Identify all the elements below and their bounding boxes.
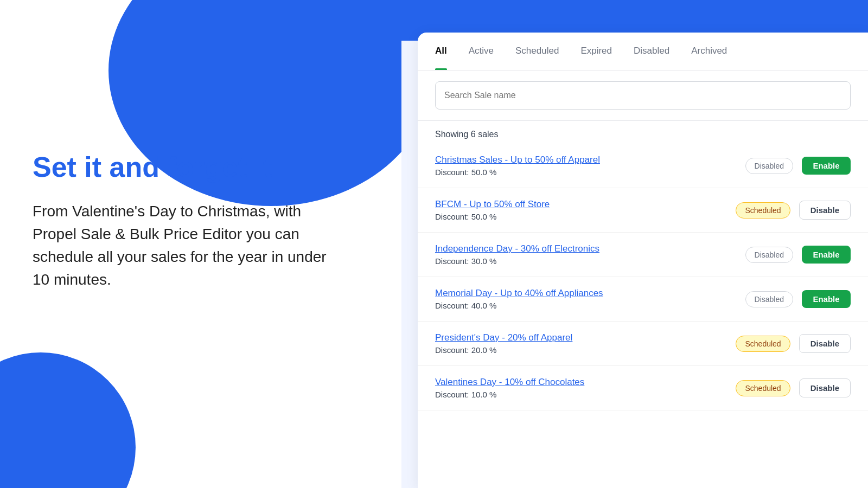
status-badge-2: Disabled (745, 247, 793, 263)
sale-discount-2: Discount: 30.0 % (435, 256, 737, 266)
sale-item: President's Day - 20% off Apparel Discou… (418, 322, 868, 366)
search-container (418, 70, 868, 121)
action-btn-0[interactable]: Enable (802, 157, 851, 175)
sale-discount-4: Discount: 20.0 % (435, 345, 727, 355)
sale-name-5[interactable]: Valentines Day - 10% off Chocolates (435, 377, 727, 388)
right-panel: All Active Scheduled Expired Disabled Ar… (401, 0, 868, 488)
blue-bottom-left (0, 352, 136, 488)
action-btn-4[interactable]: Disable (799, 334, 851, 353)
sale-discount-0: Discount: 50.0 % (435, 168, 737, 177)
sale-name-2[interactable]: Independence Day - 30% off Electronics (435, 243, 737, 254)
status-badge-4: Scheduled (736, 336, 790, 352)
action-btn-5[interactable]: Disable (799, 378, 851, 397)
sale-info-2: Independence Day - 30% off Electronics D… (435, 243, 737, 266)
sale-info-1: BFCM - Up to 50% off Store Discount: 50.… (435, 199, 727, 221)
status-badge-1: Scheduled (736, 202, 790, 219)
status-badge-3: Disabled (745, 291, 793, 307)
sale-item: Independence Day - 30% off Electronics D… (418, 233, 868, 277)
status-badge-5: Scheduled (736, 380, 790, 396)
tab-archived[interactable]: Archived (680, 33, 738, 70)
sale-item: BFCM - Up to 50% off Store Discount: 50.… (418, 188, 868, 233)
sale-info-5: Valentines Day - 10% off Chocolates Disc… (435, 377, 727, 399)
sale-info-0: Christmas Sales - Up to 50% off Apparel … (435, 155, 737, 177)
left-panel: Set it and forget it From Valentine's Da… (0, 0, 412, 488)
sale-name-0[interactable]: Christmas Sales - Up to 50% off Apparel (435, 155, 737, 165)
main-description: From Valentine's Day to Christmas, with … (33, 200, 347, 291)
tab-expired[interactable]: Expired (570, 33, 623, 70)
tab-disabled[interactable]: Disabled (623, 33, 680, 70)
sale-info-4: President's Day - 20% off Apparel Discou… (435, 332, 727, 355)
sale-item: Memorial Day - Up to 40% off Appliances … (418, 277, 868, 322)
action-btn-3[interactable]: Enable (802, 290, 851, 308)
sale-name-1[interactable]: BFCM - Up to 50% off Store (435, 199, 727, 210)
sales-list: Christmas Sales - Up to 50% off Apparel … (418, 144, 868, 488)
search-input[interactable] (435, 81, 851, 110)
tab-scheduled[interactable]: Scheduled (505, 33, 570, 70)
white-card: All Active Scheduled Expired Disabled Ar… (418, 33, 868, 488)
action-btn-1[interactable]: Disable (799, 201, 851, 220)
status-badge-0: Disabled (745, 158, 793, 174)
tab-all[interactable]: All (435, 33, 458, 70)
sale-discount-3: Discount: 40.0 % (435, 301, 737, 310)
left-content: Set it and forget it From Valentine's Da… (33, 152, 347, 291)
sale-discount-1: Discount: 50.0 % (435, 212, 727, 221)
sale-name-4[interactable]: President's Day - 20% off Apparel (435, 332, 727, 343)
sale-item: Christmas Sales - Up to 50% off Apparel … (418, 144, 868, 188)
sale-discount-5: Discount: 10.0 % (435, 390, 727, 399)
showing-count: Showing 6 sales (418, 121, 868, 144)
sale-info-3: Memorial Day - Up to 40% off Appliances … (435, 288, 737, 310)
sale-item: Valentines Day - 10% off Chocolates Disc… (418, 366, 868, 410)
main-heading: Set it and forget it (33, 152, 347, 183)
sale-name-3[interactable]: Memorial Day - Up to 40% off Appliances (435, 288, 737, 299)
action-btn-2[interactable]: Enable (802, 246, 851, 264)
tab-active[interactable]: Active (458, 33, 505, 70)
tabs-container: All Active Scheduled Expired Disabled Ar… (418, 33, 868, 70)
